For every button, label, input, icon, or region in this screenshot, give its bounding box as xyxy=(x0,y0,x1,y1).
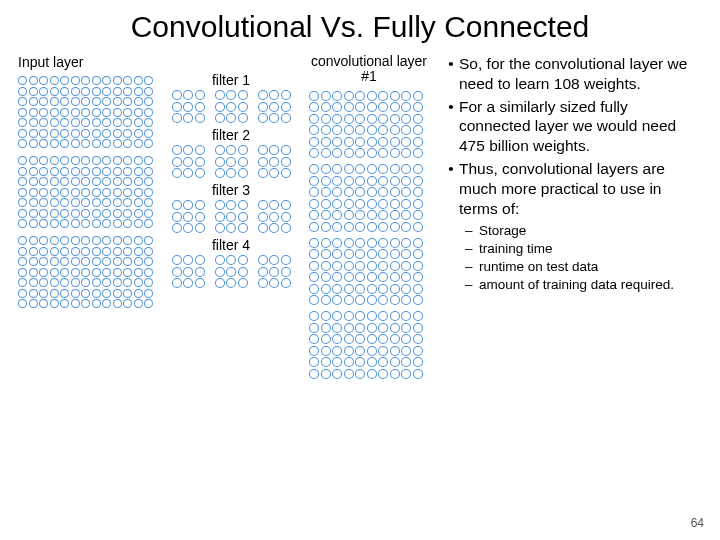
circle-grid xyxy=(172,200,205,233)
filter-block-2: filter 2 xyxy=(167,127,295,178)
circle-grid xyxy=(172,90,205,123)
sub-bullet-list: –Storage–training time–runtime on test d… xyxy=(443,222,702,294)
slide-number: 64 xyxy=(691,516,704,530)
circle-grid xyxy=(258,200,291,233)
conv-layer-label: convolutional layer #1 xyxy=(309,54,429,85)
filter-block-4: filter 4 xyxy=(167,237,295,288)
bullet-item: •For a similarly sized fully connected l… xyxy=(443,97,702,156)
circle-grid xyxy=(18,76,153,148)
conv-layer-column: convolutional layer #1 xyxy=(309,50,429,385)
circle-grid xyxy=(309,164,429,232)
sub-bullet-item: –training time xyxy=(465,240,702,257)
sub-bullet-item: –runtime on test data xyxy=(465,258,702,275)
text-content: •So, for the convolutional layer we need… xyxy=(443,50,702,295)
bullet-item: •So, for the convolutional layer we need… xyxy=(443,54,702,94)
filter-label: filter 1 xyxy=(167,72,295,88)
circle-grid xyxy=(215,200,248,233)
filters-column: filter 1filter 2filter 3filter 4 xyxy=(167,50,295,292)
circle-grid xyxy=(215,255,248,288)
sub-bullet-item: –Storage xyxy=(465,222,702,239)
circle-grid xyxy=(215,145,248,178)
input-layer-label: Input layer xyxy=(18,54,153,70)
slide-body: Input layer filter 1filter 2filter 3filt… xyxy=(18,50,702,385)
input-layer-column: Input layer xyxy=(18,50,153,316)
filter-label: filter 2 xyxy=(167,127,295,143)
circle-grid xyxy=(258,255,291,288)
slide-title: Convolutional Vs. Fully Connected xyxy=(18,10,702,44)
circle-grid xyxy=(18,156,153,228)
circle-grid xyxy=(309,238,429,306)
circle-grid xyxy=(18,236,153,308)
bullet-list: •So, for the convolutional layer we need… xyxy=(443,54,702,219)
circle-grid xyxy=(172,255,205,288)
circle-grid xyxy=(258,90,291,123)
sub-bullet-item: –amount of training data required. xyxy=(465,276,702,293)
circle-grid xyxy=(309,91,429,159)
circle-grid xyxy=(258,145,291,178)
circle-grid xyxy=(172,145,205,178)
filter-label: filter 3 xyxy=(167,182,295,198)
filter-block-3: filter 3 xyxy=(167,182,295,233)
circle-grid xyxy=(215,90,248,123)
filter-label: filter 4 xyxy=(167,237,295,253)
circle-grid xyxy=(309,311,429,379)
bullet-item: •Thus, convolutional layers are much mor… xyxy=(443,159,702,218)
filter-block-1: filter 1 xyxy=(167,72,295,123)
